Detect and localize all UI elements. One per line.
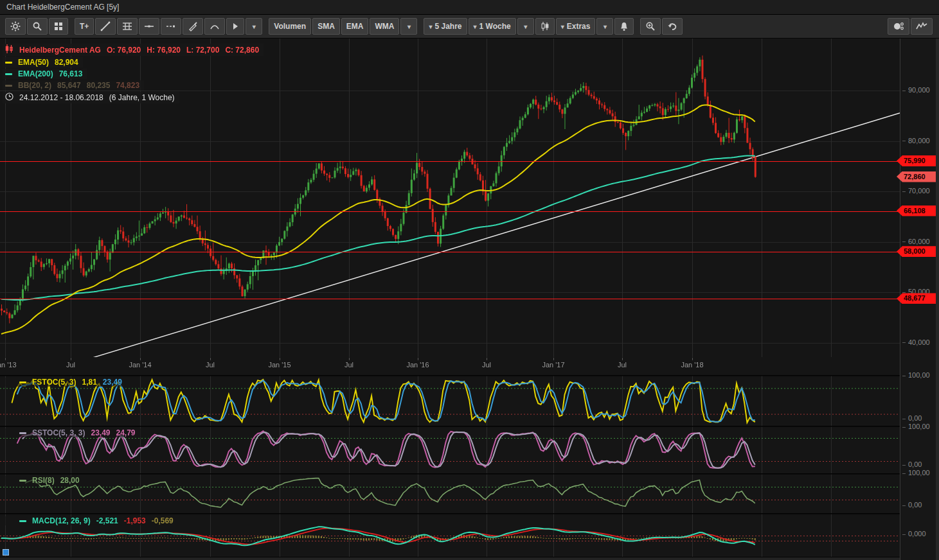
chevron-down-icon: ▾ bbox=[253, 23, 256, 30]
indicator-axis-label: 100,00 bbox=[902, 469, 930, 477]
legend-ema50-row[interactable]: EMA(50) 82,904 bbox=[3, 57, 83, 67]
interval-dropdown[interactable]: ▾1 Woche bbox=[469, 18, 516, 35]
rsi-color-swatch bbox=[19, 480, 26, 482]
toolbar: T+ ▾ Volumen SMA EMA WMA ▾ ▾5 Jahre ▾1 W… bbox=[0, 15, 939, 39]
text-tool-button[interactable]: T+ bbox=[75, 18, 94, 35]
candle-style-button[interactable] bbox=[535, 18, 555, 35]
trendline-icon bbox=[100, 21, 111, 31]
low-value: L: 72,700 bbox=[186, 46, 219, 55]
chevron-down-icon: ▾ bbox=[524, 23, 527, 30]
window-edge bbox=[936, 39, 939, 560]
wma-button[interactable]: WMA bbox=[370, 18, 399, 35]
legend-range-row: 24.12.2012 - 18.06.2018 (6 Jahre, 1 Woch… bbox=[3, 92, 179, 103]
volumen-button[interactable]: Volumen bbox=[269, 18, 311, 35]
indicator-axis-label: 0,00 bbox=[902, 414, 922, 422]
trendline-tool-button[interactable] bbox=[95, 18, 116, 35]
horizontal-line-tool-button[interactable] bbox=[139, 18, 159, 35]
time-axis-label: Jan '18 bbox=[673, 361, 711, 369]
sma-label: SMA bbox=[317, 22, 335, 31]
time-axis-label: Jan '17 bbox=[534, 361, 573, 369]
ema200-label: EMA(200) bbox=[18, 69, 53, 78]
indicator-axis-label: 0,00 bbox=[902, 501, 922, 509]
undo-button[interactable] bbox=[662, 18, 683, 35]
range-detail: (6 Jahre, 1 Woche) bbox=[109, 93, 175, 102]
price-level-tag: 58,000 bbox=[897, 246, 936, 257]
ema200-value: 76,613 bbox=[59, 69, 83, 78]
legend-ema200-row[interactable]: EMA(200) 76,613 bbox=[3, 69, 87, 79]
fibonacci-tool-button[interactable] bbox=[117, 18, 138, 35]
indicators-dropdown[interactable]: ▾ bbox=[400, 18, 417, 35]
extras-dropdown[interactable]: ▾Extras bbox=[556, 18, 596, 35]
sstoc-legend[interactable]: SSTOC(5, 3, 3) 23,49 24,79 bbox=[4, 428, 145, 437]
legend-instrument-row[interactable]: HeidelbergCement AG O: 76,920 H: 76,920 … bbox=[3, 44, 264, 56]
text-tool-label: T+ bbox=[80, 22, 89, 31]
time-axis-label: Jul bbox=[191, 361, 229, 369]
chart-area: HeidelbergCement AG O: 76,920 H: 76,920 … bbox=[0, 39, 939, 560]
fstoc-legend[interactable]: FSTOC(5, 3) 1,81 23,49 bbox=[4, 378, 131, 387]
ema50-value: 82,904 bbox=[55, 58, 78, 67]
pen-tool-button[interactable] bbox=[183, 18, 203, 35]
price-level-tag: 75,990 bbox=[897, 155, 936, 166]
fstoc-label: FSTOC(5, 3) bbox=[32, 378, 76, 387]
bollinger-color-swatch bbox=[5, 85, 12, 87]
bollinger-label: BB(20, 2) bbox=[18, 81, 51, 90]
time-axis-label: Jul bbox=[467, 361, 506, 369]
search-icon bbox=[32, 21, 42, 31]
indicator-axis-label: 100,00 bbox=[902, 371, 930, 379]
price-axis-label: 70,000 bbox=[902, 187, 930, 195]
search-button[interactable] bbox=[27, 18, 48, 35]
ema200-color-swatch bbox=[5, 73, 12, 75]
price-chart-canvas[interactable] bbox=[0, 39, 900, 560]
price-level-tag: 66,108 bbox=[897, 206, 936, 216]
legend-bollinger-row[interactable]: BB(20, 2) 85,647 80,235 74,823 bbox=[3, 80, 144, 91]
fibonacci-icon bbox=[122, 21, 132, 31]
chevron-down-icon: ▾ bbox=[407, 23, 411, 30]
candlestick-icon bbox=[5, 44, 13, 55]
draw-tools-dropdown[interactable]: ▾ bbox=[246, 18, 262, 35]
period-label: 5 Jahre bbox=[435, 22, 462, 31]
indicator-axis-label: 100,00 bbox=[902, 423, 930, 430]
ema50-label: EMA(50) bbox=[18, 58, 49, 67]
line-chart-view-button[interactable] bbox=[911, 18, 933, 35]
horizontal-ray-tool-button[interactable] bbox=[161, 18, 181, 35]
chevron-down-icon: ▾ bbox=[474, 23, 477, 30]
layout-button[interactable] bbox=[49, 18, 68, 35]
price-axis-label: 80,000 bbox=[902, 137, 930, 144]
pointer-tool-button[interactable] bbox=[226, 18, 244, 35]
time-axis-label: Jul bbox=[51, 361, 90, 369]
settings-button[interactable] bbox=[5, 18, 26, 35]
bell-icon bbox=[620, 22, 629, 31]
play-icon bbox=[231, 22, 239, 30]
ema-button[interactable]: EMA bbox=[341, 18, 369, 35]
open-value: O: 76,920 bbox=[107, 46, 141, 55]
high-value: H: 76,920 bbox=[147, 46, 181, 55]
macd-label: MACD(12, 26, 9) bbox=[32, 516, 91, 525]
arc-icon bbox=[210, 21, 220, 31]
clock-icon bbox=[5, 92, 13, 103]
wma-label: WMA bbox=[375, 22, 394, 31]
time-axis-label: Jul bbox=[603, 361, 641, 369]
period-dropdown[interactable]: ▾5 Jahre bbox=[424, 18, 467, 35]
panel-resize-handle[interactable] bbox=[3, 549, 9, 556]
horizontal-line-icon bbox=[144, 21, 154, 31]
pen-icon bbox=[188, 21, 198, 31]
macd-legend[interactable]: MACD(12, 26, 9) -2,521 -1,953 -0,569 bbox=[4, 516, 183, 525]
chart-application-window: Chart HeidelbergCement AG [5y] T+ ▾ Volu… bbox=[0, 0, 939, 560]
close-value: C: 72,860 bbox=[225, 46, 259, 55]
rsi-legend[interactable]: RSI(8) 28,00 bbox=[4, 476, 89, 485]
sstoc-d-value: 24,79 bbox=[116, 428, 136, 437]
alerts-dropdown[interactable]: ▾ bbox=[596, 18, 613, 35]
extras-label: Extras bbox=[567, 22, 591, 31]
zoom-in-button[interactable] bbox=[640, 18, 661, 35]
alert-button[interactable] bbox=[614, 18, 634, 35]
bubbles-view-button[interactable] bbox=[888, 18, 909, 35]
bollinger-middle-value: 80,235 bbox=[87, 81, 111, 90]
chart-type-dropdown[interactable]: ▾ bbox=[517, 18, 534, 35]
macd-color-swatch bbox=[19, 520, 26, 522]
sma-button[interactable]: SMA bbox=[312, 18, 340, 35]
last-price-tag: 72,860 bbox=[897, 171, 936, 182]
macd-signal-value: -1,953 bbox=[124, 516, 146, 525]
fstoc-d-value: 23,49 bbox=[103, 378, 122, 387]
arc-tool-button[interactable] bbox=[204, 18, 225, 35]
window-title: Chart HeidelbergCement AG [5y] bbox=[6, 3, 119, 12]
